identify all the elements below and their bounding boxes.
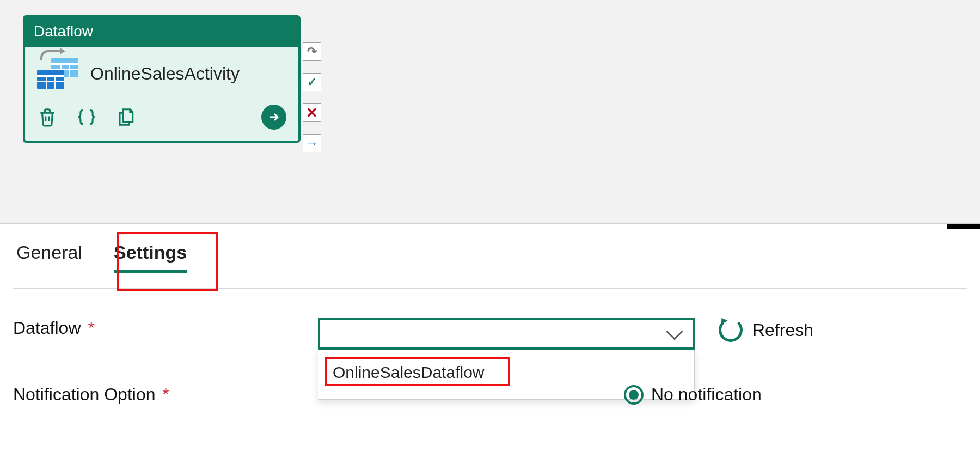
required-mark: * (88, 318, 94, 338)
tab-settings[interactable]: Settings (111, 239, 190, 284)
refresh-label: Refresh (752, 320, 813, 340)
refresh-icon (719, 318, 743, 342)
required-mark: * (162, 385, 169, 404)
label-dataflow-text: Dataflow (13, 318, 81, 338)
row-dataflow: Dataflow * OnlineSalesDataflow Refresh (13, 318, 967, 350)
activity-side-handles: ↷ ✓ ✕ → (303, 42, 321, 152)
success-handle-icon[interactable]: ✓ (303, 73, 321, 91)
row-notification: Notification Option * No notification (13, 385, 967, 405)
dataflow-icon (37, 58, 78, 89)
radio-no-notification-label: No notification (651, 385, 762, 405)
label-notification-text: Notification Option (13, 385, 155, 404)
delete-icon[interactable] (37, 106, 58, 128)
tab-bar: General Settings (13, 239, 967, 289)
label-notification: Notification Option * (13, 385, 318, 405)
fail-handle-icon[interactable]: ✕ (303, 103, 321, 122)
activity-card-dataflow[interactable]: Dataflow OnlineSalesActivity (23, 15, 301, 143)
completion-handle-icon[interactable]: → (303, 134, 321, 152)
properties-panel: General Settings Dataflow * OnlineSalesD… (0, 224, 980, 405)
chevron-down-icon (666, 323, 683, 340)
run-arrow-button[interactable] (261, 105, 286, 130)
refresh-button[interactable]: Refresh (719, 318, 813, 342)
dataflow-select[interactable] (318, 318, 695, 350)
code-braces-icon[interactable] (76, 106, 97, 128)
dataflow-option-0[interactable]: OnlineSalesDataflow (327, 360, 685, 385)
tab-general[interactable]: General (13, 239, 85, 284)
radio-no-notification[interactable] (624, 385, 644, 405)
copy-icon[interactable] (115, 106, 136, 128)
activity-name: OnlineSalesActivity (90, 64, 240, 84)
pipeline-canvas[interactable]: Dataflow OnlineSalesActivity (0, 0, 980, 224)
redo-handle-icon[interactable]: ↷ (303, 42, 321, 61)
activity-type-label: Dataflow (25, 17, 298, 47)
label-dataflow: Dataflow * (13, 318, 318, 338)
